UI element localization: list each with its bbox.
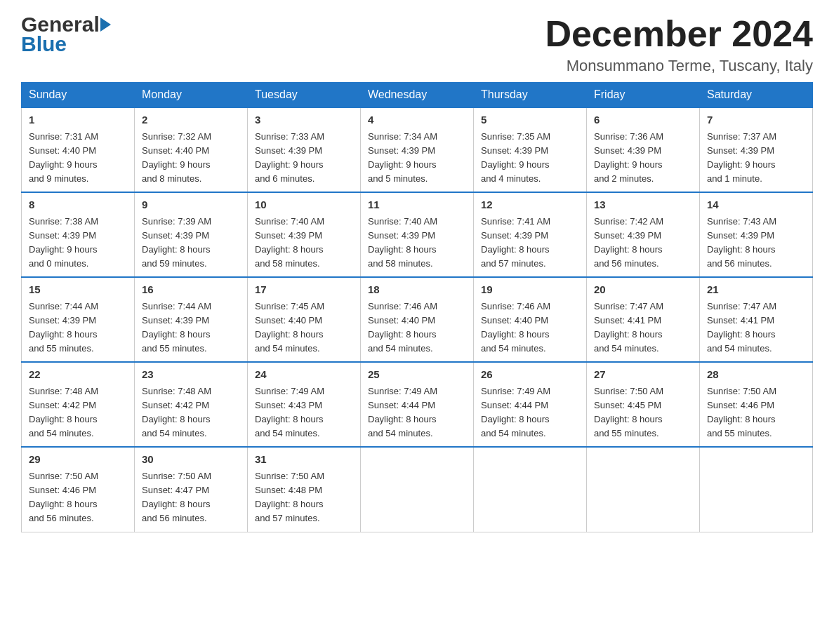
calendar-cell: 25Sunrise: 7:49 AMSunset: 4:44 PMDayligh… — [361, 362, 474, 447]
day-number: 14 — [707, 197, 805, 213]
day-number: 20 — [594, 282, 692, 298]
calendar-cell: 24Sunrise: 7:49 AMSunset: 4:43 PMDayligh… — [248, 362, 361, 447]
location-subtitle: Monsummano Terme, Tuscany, Italy — [545, 57, 813, 75]
weekday-header-saturday: Saturday — [700, 83, 813, 108]
day-number: 18 — [368, 282, 466, 298]
day-info: Sunrise: 7:50 AMSunset: 4:46 PMDaylight:… — [29, 469, 127, 526]
day-info: Sunrise: 7:37 AMSunset: 4:39 PMDaylight:… — [707, 130, 805, 187]
day-number: 6 — [594, 112, 692, 128]
page-header: General Blue December 2024 Monsummano Te… — [21, 14, 813, 75]
day-number: 9 — [142, 197, 240, 213]
calendar-cell: 13Sunrise: 7:42 AMSunset: 4:39 PMDayligh… — [587, 192, 700, 277]
day-info: Sunrise: 7:48 AMSunset: 4:42 PMDaylight:… — [142, 384, 240, 441]
day-info: Sunrise: 7:44 AMSunset: 4:39 PMDaylight:… — [142, 300, 240, 356]
day-number: 7 — [707, 112, 805, 128]
day-info: Sunrise: 7:50 AMSunset: 4:46 PMDaylight:… — [707, 384, 805, 441]
weekday-header-row: SundayMondayTuesdayWednesdayThursdayFrid… — [22, 83, 813, 108]
calendar-cell — [474, 447, 587, 532]
day-info: Sunrise: 7:32 AMSunset: 4:40 PMDaylight:… — [142, 130, 240, 187]
day-info: Sunrise: 7:50 AMSunset: 4:45 PMDaylight:… — [594, 384, 692, 441]
day-info: Sunrise: 7:38 AMSunset: 4:39 PMDaylight:… — [29, 215, 127, 271]
day-number: 19 — [481, 282, 579, 298]
day-info: Sunrise: 7:35 AMSunset: 4:39 PMDaylight:… — [481, 130, 579, 187]
weekday-header-sunday: Sunday — [22, 83, 135, 108]
calendar-cell: 5Sunrise: 7:35 AMSunset: 4:39 PMDaylight… — [474, 107, 587, 192]
calendar-cell: 4Sunrise: 7:34 AMSunset: 4:39 PMDaylight… — [361, 107, 474, 192]
calendar-cell: 7Sunrise: 7:37 AMSunset: 4:39 PMDaylight… — [700, 107, 813, 192]
weekday-header-tuesday: Tuesday — [248, 83, 361, 108]
day-info: Sunrise: 7:49 AMSunset: 4:44 PMDaylight:… — [368, 384, 466, 441]
day-info: Sunrise: 7:43 AMSunset: 4:39 PMDaylight:… — [707, 215, 805, 271]
day-info: Sunrise: 7:45 AMSunset: 4:40 PMDaylight:… — [255, 300, 353, 356]
day-number: 28 — [707, 367, 805, 383]
calendar-cell: 16Sunrise: 7:44 AMSunset: 4:39 PMDayligh… — [135, 277, 248, 362]
calendar-cell: 12Sunrise: 7:41 AMSunset: 4:39 PMDayligh… — [474, 192, 587, 277]
weekday-header-monday: Monday — [135, 83, 248, 108]
day-info: Sunrise: 7:50 AMSunset: 4:47 PMDaylight:… — [142, 469, 240, 526]
day-info: Sunrise: 7:31 AMSunset: 4:40 PMDaylight:… — [29, 130, 127, 187]
day-number: 15 — [29, 282, 127, 298]
calendar-cell: 17Sunrise: 7:45 AMSunset: 4:40 PMDayligh… — [248, 277, 361, 362]
weekday-header-friday: Friday — [587, 83, 700, 108]
day-number: 17 — [255, 282, 353, 298]
calendar-cell: 10Sunrise: 7:40 AMSunset: 4:39 PMDayligh… — [248, 192, 361, 277]
calendar-cell: 26Sunrise: 7:49 AMSunset: 4:44 PMDayligh… — [474, 362, 587, 447]
day-number: 3 — [255, 112, 353, 128]
calendar-week-row: 8Sunrise: 7:38 AMSunset: 4:39 PMDaylight… — [22, 192, 813, 277]
calendar-table: SundayMondayTuesdayWednesdayThursdayFrid… — [21, 82, 813, 532]
day-number: 4 — [368, 112, 466, 128]
calendar-cell: 9Sunrise: 7:39 AMSunset: 4:39 PMDaylight… — [135, 192, 248, 277]
day-info: Sunrise: 7:48 AMSunset: 4:42 PMDaylight:… — [29, 384, 127, 441]
logo: General Blue — [21, 14, 112, 56]
calendar-cell — [361, 447, 474, 532]
calendar-week-row: 29Sunrise: 7:50 AMSunset: 4:46 PMDayligh… — [22, 447, 813, 532]
calendar-cell — [587, 447, 700, 532]
day-number: 10 — [255, 197, 353, 213]
calendar-cell — [700, 447, 813, 532]
day-number: 31 — [255, 452, 353, 468]
day-number: 29 — [29, 452, 127, 468]
day-number: 1 — [29, 112, 127, 128]
day-number: 24 — [255, 367, 353, 383]
day-number: 22 — [29, 367, 127, 383]
calendar-cell: 29Sunrise: 7:50 AMSunset: 4:46 PMDayligh… — [22, 447, 135, 532]
calendar-cell: 19Sunrise: 7:46 AMSunset: 4:40 PMDayligh… — [474, 277, 587, 362]
day-info: Sunrise: 7:40 AMSunset: 4:39 PMDaylight:… — [255, 215, 353, 271]
weekday-header-wednesday: Wednesday — [361, 83, 474, 108]
month-title: December 2024 — [545, 14, 813, 54]
day-number: 16 — [142, 282, 240, 298]
day-info: Sunrise: 7:36 AMSunset: 4:39 PMDaylight:… — [594, 130, 692, 187]
day-number: 30 — [142, 452, 240, 468]
calendar-cell: 31Sunrise: 7:50 AMSunset: 4:48 PMDayligh… — [248, 447, 361, 532]
day-info: Sunrise: 7:39 AMSunset: 4:39 PMDaylight:… — [142, 215, 240, 271]
calendar-cell: 8Sunrise: 7:38 AMSunset: 4:39 PMDaylight… — [22, 192, 135, 277]
calendar-cell: 18Sunrise: 7:46 AMSunset: 4:40 PMDayligh… — [361, 277, 474, 362]
calendar-cell: 28Sunrise: 7:50 AMSunset: 4:46 PMDayligh… — [700, 362, 813, 447]
calendar-week-row: 15Sunrise: 7:44 AMSunset: 4:39 PMDayligh… — [22, 277, 813, 362]
day-number: 13 — [594, 197, 692, 213]
day-number: 27 — [594, 367, 692, 383]
day-info: Sunrise: 7:41 AMSunset: 4:39 PMDaylight:… — [481, 215, 579, 271]
calendar-cell: 14Sunrise: 7:43 AMSunset: 4:39 PMDayligh… — [700, 192, 813, 277]
day-info: Sunrise: 7:50 AMSunset: 4:48 PMDaylight:… — [255, 469, 353, 526]
calendar-cell: 23Sunrise: 7:48 AMSunset: 4:42 PMDayligh… — [135, 362, 248, 447]
calendar-cell: 20Sunrise: 7:47 AMSunset: 4:41 PMDayligh… — [587, 277, 700, 362]
day-info: Sunrise: 7:46 AMSunset: 4:40 PMDaylight:… — [368, 300, 466, 356]
day-number: 21 — [707, 282, 805, 298]
day-info: Sunrise: 7:42 AMSunset: 4:39 PMDaylight:… — [594, 215, 692, 271]
calendar-cell: 3Sunrise: 7:33 AMSunset: 4:39 PMDaylight… — [248, 107, 361, 192]
calendar-cell: 11Sunrise: 7:40 AMSunset: 4:39 PMDayligh… — [361, 192, 474, 277]
day-number: 25 — [368, 367, 466, 383]
day-number: 23 — [142, 367, 240, 383]
day-info: Sunrise: 7:44 AMSunset: 4:39 PMDaylight:… — [29, 300, 127, 356]
calendar-cell: 1Sunrise: 7:31 AMSunset: 4:40 PMDaylight… — [22, 107, 135, 192]
day-info: Sunrise: 7:49 AMSunset: 4:44 PMDaylight:… — [481, 384, 579, 441]
day-number: 12 — [481, 197, 579, 213]
day-number: 8 — [29, 197, 127, 213]
day-info: Sunrise: 7:46 AMSunset: 4:40 PMDaylight:… — [481, 300, 579, 356]
day-info: Sunrise: 7:33 AMSunset: 4:39 PMDaylight:… — [255, 130, 353, 187]
day-info: Sunrise: 7:34 AMSunset: 4:39 PMDaylight:… — [368, 130, 466, 187]
calendar-week-row: 1Sunrise: 7:31 AMSunset: 4:40 PMDaylight… — [22, 107, 813, 192]
logo-blue: Blue — [21, 32, 112, 56]
day-info: Sunrise: 7:40 AMSunset: 4:39 PMDaylight:… — [368, 215, 466, 271]
